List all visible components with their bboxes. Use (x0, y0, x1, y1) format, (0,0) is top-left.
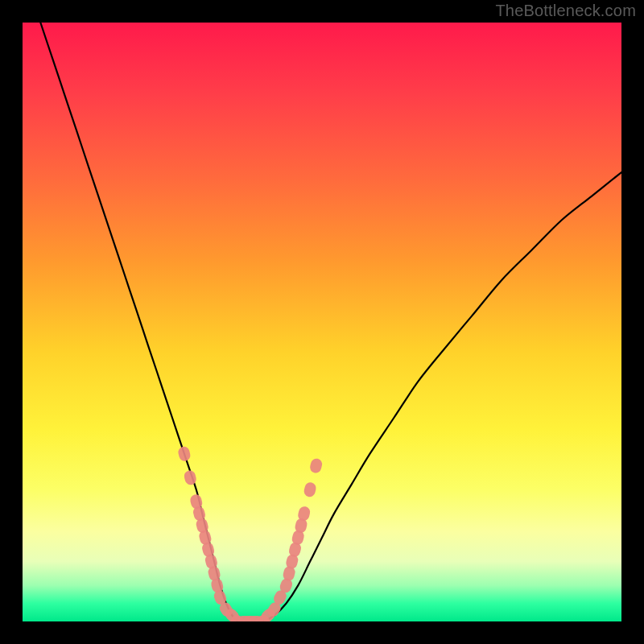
chart-svg (23, 23, 621, 621)
curve-layer (40, 23, 621, 621)
marker-capsule (177, 445, 192, 462)
marker-capsule (183, 469, 197, 486)
outer-frame: TheBottleneck.com (0, 0, 644, 644)
marker-layer (177, 445, 324, 621)
marker-capsule (303, 481, 317, 498)
plot-area (23, 23, 621, 621)
bottleneck-curve (40, 23, 621, 621)
marker-capsule (309, 457, 324, 474)
watermark-text: TheBottleneck.com (495, 2, 636, 20)
